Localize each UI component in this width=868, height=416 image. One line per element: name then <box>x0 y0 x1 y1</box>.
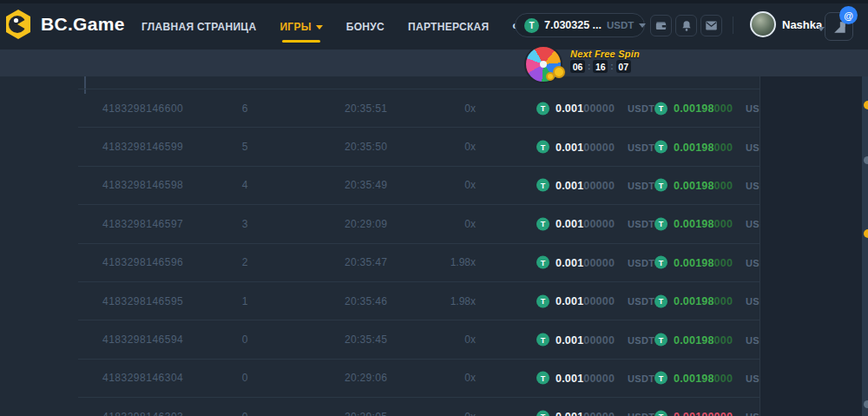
multiplier-cell: 0x <box>408 333 476 346</box>
table-row[interactable]: 4183298146596 2 20:35:47 1.98x T 0.00100… <box>78 243 760 281</box>
bet-amount-cell: T 0.00100000 USDT <box>536 179 654 192</box>
round-cell: 6 <box>217 102 273 115</box>
chevron-down-icon <box>316 25 323 33</box>
table-row[interactable]: 4183298146595 1 20:35:46 1.98x T 0.00100… <box>78 281 760 320</box>
table-row[interactable]: 4183298146304 0 20:29:06 0x T 0.00100000… <box>78 359 760 397</box>
announcement-bar <box>0 50 868 76</box>
avatar[interactable] <box>750 11 776 37</box>
multiplier-cell: 0x <box>408 411 476 416</box>
bcgame-logo-icon <box>3 9 34 40</box>
tether-icon: T <box>536 217 549 230</box>
chat-mention-badge: @ <box>839 6 858 24</box>
payout-amount: 0.00198000 <box>674 256 733 268</box>
timer-separator: : <box>610 62 613 71</box>
time-cell: 20:35:49 <box>345 179 387 191</box>
payout-currency: USDT <box>746 257 760 267</box>
tether-icon: T <box>654 141 667 154</box>
table-row[interactable]: 4183298146594 0 20:35:45 0x T 0.00100000… <box>78 320 760 358</box>
balance-selector[interactable]: T 7.030325 ... USDT <box>515 13 645 37</box>
bet-amount: 0.00100000 <box>556 411 615 416</box>
multiplier-cell: 1.98x <box>408 295 476 307</box>
bet-amount: 0.00100000 <box>556 333 615 346</box>
time-cell: 20:35:51 <box>345 102 387 115</box>
wallet-button[interactable] <box>650 15 672 36</box>
bet-currency: USDT <box>628 373 654 383</box>
tether-icon: T <box>524 18 539 33</box>
round-cell: 2 <box>217 256 273 268</box>
bet-id-cell: 4183298146303 <box>102 411 183 416</box>
wallet-icon <box>654 19 667 32</box>
emoji-icon <box>864 101 868 109</box>
time-cell: 20:35:47 <box>345 256 387 268</box>
timer-minutes: 16 <box>593 60 608 73</box>
gold-coin-icon <box>553 66 565 78</box>
nav-item-bonus[interactable]: БОНУС <box>346 21 385 33</box>
round-cell: 5 <box>217 141 273 153</box>
payout-amount-cell: T 0.00198000 USDT <box>654 141 760 154</box>
bet-amount-cell: T 0.00100000 USDT <box>536 141 654 154</box>
timer-hours: 06 <box>570 60 585 73</box>
table-row[interactable]: 4183298146600 6 20:35:51 0x T 0.00100000… <box>78 89 760 127</box>
time-cell: 20:29:06 <box>345 372 387 384</box>
nav-item-games[interactable]: ИГРЫ <box>279 21 322 33</box>
nav-item-home[interactable]: ГЛАВНАЯ СТРАНИЦА <box>141 21 256 33</box>
payout-currency: USDT <box>746 412 760 416</box>
payout-amount: 0.00198000 <box>674 179 733 191</box>
messages-button[interactable] <box>700 15 722 36</box>
multiplier-cell: 0x <box>408 179 476 191</box>
round-cell: 0 <box>217 411 273 416</box>
tether-icon: T <box>536 179 549 192</box>
bet-amount-cell: T 0.00100000 USDT <box>536 410 654 416</box>
payout-amount-cell: T 0.00198000 USDT <box>654 294 760 307</box>
table-row[interactable]: 4183298146303 0 20:29:05 0x T 0.00100000… <box>78 397 760 416</box>
username[interactable]: Nashka <box>782 18 822 31</box>
bet-currency: USDT <box>628 296 654 307</box>
payout-currency: USDT <box>746 180 760 190</box>
payout-amount: 0.00198000 <box>674 218 733 230</box>
bet-id-cell: 4183298146596 <box>102 256 183 268</box>
table-row[interactable]: 4183298146598 4 20:35:49 0x T 0.00100000… <box>78 166 760 204</box>
bet-id-cell: 4183298146598 <box>102 179 183 191</box>
tether-icon: T <box>536 256 549 269</box>
table-row[interactable]: 4183298146599 5 20:35:50 0x T 0.00100000… <box>78 127 760 165</box>
bet-id-cell: 4183298146597 <box>102 218 183 230</box>
nav-item-affiliate[interactable]: ПАРТНЕРСКАЯ <box>408 21 489 33</box>
emoji-icon <box>864 400 868 408</box>
payout-amount: 0.00100000 <box>674 411 733 416</box>
bet-amount: 0.00100000 <box>556 141 615 153</box>
emoji-icon <box>864 156 868 164</box>
round-cell: 3 <box>217 218 273 230</box>
round-cell: 1 <box>217 295 273 307</box>
chevron-down-icon[interactable] <box>818 27 825 35</box>
main-nav: ГЛАВНАЯ СТРАНИЦА ИГРЫ БОНУС ПАРТНЕРСКАЯ … <box>141 3 553 50</box>
payout-currency: USDT <box>746 219 760 229</box>
bet-id-cell: 4183298146599 <box>102 141 183 153</box>
payout-amount: 0.00198000 <box>674 102 733 115</box>
tether-icon: T <box>536 333 549 347</box>
bet-id-cell: 4183298146595 <box>102 295 183 307</box>
payout-amount-cell: T 0.00198000 USDT <box>654 372 760 385</box>
nav-divider <box>733 17 733 34</box>
bet-amount-cell: T 0.00100000 USDT <box>536 294 654 307</box>
tether-icon: T <box>536 372 549 385</box>
notifications-button[interactable] <box>675 15 697 36</box>
payout-amount: 0.00198000 <box>674 295 733 307</box>
bet-id-cell: 4183298146594 <box>102 333 183 346</box>
bet-currency: USDT <box>628 412 654 416</box>
payout-currency: USDT <box>746 334 760 345</box>
brand-logo[interactable]: BC.Game <box>3 9 125 40</box>
table-row[interactable]: 4183298146597 3 20:29:09 0x T 0.00100000… <box>78 204 760 242</box>
bet-amount-cell: T 0.00100000 USDT <box>536 217 654 230</box>
bets-table: 4183298146600 6 20:35:51 0x T 0.00100000… <box>78 76 760 416</box>
payout-amount-cell: T 0.00198000 USDT <box>654 102 760 115</box>
payout-amount-cell: T 0.00100000 USDT <box>654 410 760 416</box>
bet-currency: USDT <box>628 142 654 152</box>
bet-amount-cell: T 0.00100000 USDT <box>536 256 654 269</box>
tether-icon: T <box>654 102 667 115</box>
balance-amount: 7.030325 ... <box>544 19 602 31</box>
bet-amount: 0.00100000 <box>556 295 615 307</box>
bet-amount: 0.00100000 <box>556 102 615 115</box>
bet-currency: USDT <box>628 334 654 345</box>
tether-icon: T <box>536 410 549 416</box>
multiplier-cell: 0x <box>408 218 476 230</box>
